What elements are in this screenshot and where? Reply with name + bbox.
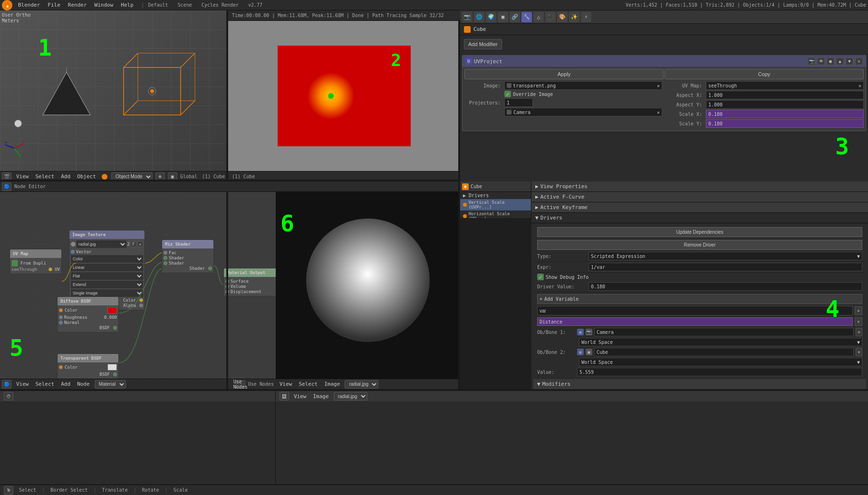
color-mode-select[interactable]: Color: [71, 255, 143, 263]
apply-button[interactable]: Apply: [464, 69, 664, 79]
camera-x[interactable]: ✕: [657, 110, 660, 115]
active-keyframe-section[interactable]: ▶ Active Keyframe: [531, 202, 868, 213]
obj1-field[interactable]: Camera: [594, 328, 854, 336]
uv-icon[interactable]: 🖼: [280, 392, 289, 400]
var-input[interactable]: [537, 306, 853, 315]
horizontal-scale-driver[interactable]: Horizontal Scale (UV...): [460, 210, 531, 218]
roughness-socket[interactable]: [59, 315, 63, 319]
image-menu-sphere[interactable]: Image: [322, 381, 342, 387]
distance-x-btn[interactable]: ✕: [855, 317, 862, 326]
extend-select[interactable]: Extend: [71, 281, 143, 288]
view-menu-uv[interactable]: View: [292, 393, 309, 400]
color-swatch[interactable]: [107, 307, 117, 314]
uvproject-render-btn[interactable]: ▣: [827, 57, 834, 65]
drivers-section[interactable]: ▼ Drivers: [531, 213, 868, 223]
color-socket[interactable]: [59, 308, 63, 312]
use-nodes-btn[interactable]: Use Nodes: [236, 380, 245, 389]
world-props-icon[interactable]: 🌍: [486, 12, 496, 22]
menu-help-item[interactable]: Help: [117, 1, 137, 9]
view-menu-sphere[interactable]: View: [278, 381, 294, 387]
uvproject-cam-btn[interactable]: 📷: [808, 57, 815, 65]
mix-shader-node[interactable]: Mix Shader Fac Shader Shader Shader: [162, 239, 214, 273]
override-checkbox[interactable]: ✓: [504, 91, 511, 97]
bsdf-out-socket[interactable]: [113, 326, 117, 330]
trans-color-socket[interactable]: [59, 365, 63, 369]
modifier-props-icon[interactable]: 🔧: [521, 12, 532, 22]
render-result-panel[interactable]: 2 (1) Cube: [228, 21, 460, 181]
timeline-icon[interactable]: ⏱: [4, 392, 13, 400]
uvproject-eye-btn[interactable]: 👁: [817, 57, 825, 65]
shader-in-socket-2[interactable]: [164, 261, 167, 265]
uv-image-select[interactable]: radial.jpg: [334, 392, 367, 400]
image-browse[interactable]: F: [131, 241, 136, 247]
camera-field[interactable]: Camera ✕: [504, 108, 662, 116]
distance-label[interactable]: Distance: [537, 317, 853, 326]
uvproject-x-btn[interactable]: ✕: [855, 57, 863, 65]
node-editor-icon[interactable]: 🔵: [2, 182, 11, 191]
image-select[interactable]: radial.jpg: [77, 240, 126, 248]
modifiers-section-header[interactable]: ▼ Modifiers: [533, 379, 866, 389]
drivers-group-item[interactable]: ▶ Drivers: [460, 192, 531, 199]
obj2-x-btn[interactable]: ✕: [856, 348, 862, 356]
viewport-3d-top-left[interactable]: User Ortho Meters 1: [0, 10, 228, 181]
var-x-btn[interactable]: ✕: [855, 306, 862, 315]
material-props-icon[interactable]: ⚫: [545, 12, 556, 22]
transparent-bsdf-node[interactable]: Transparent BSDF Color BSDF: [57, 353, 119, 379]
expr-field[interactable]: 1/var: [588, 263, 862, 271]
uvmap-x[interactable]: ✕: [858, 83, 861, 88]
image-field[interactable]: transparent.png ✕: [504, 81, 662, 90]
view-menu-node[interactable]: View: [14, 381, 31, 387]
render-sphere-panel[interactable]: 6 View Select Image radial.jpg: [276, 181, 460, 389]
uvproject-down-btn[interactable]: ▼: [846, 57, 853, 65]
alpha-out-socket[interactable]: [139, 304, 143, 307]
uvproject-up-btn[interactable]: ▲: [836, 57, 844, 65]
scene-props-icon[interactable]: 🌐: [474, 12, 484, 22]
aspect-x-field[interactable]: 1.000: [706, 91, 864, 99]
view-menu[interactable]: View: [14, 173, 31, 180]
transform2-field[interactable]: World Space ▼: [579, 358, 862, 366]
status-icon[interactable]: 🖱: [4, 486, 13, 495]
shader-in-socket-1[interactable]: [164, 256, 167, 260]
scale-label[interactable]: Scale: [174, 487, 188, 493]
normal-socket[interactable]: [59, 321, 63, 324]
node-menu[interactable]: Node: [75, 381, 92, 387]
trans-bsdf-socket[interactable]: [113, 372, 117, 376]
type-value[interactable]: Scripted Expression ▼: [588, 252, 862, 260]
image-menu-uv[interactable]: Image: [311, 393, 331, 400]
add-menu[interactable]: Add: [59, 173, 72, 180]
blender-logo[interactable]: 🔥: [2, 0, 12, 10]
view-properties-section[interactable]: ▶ View Properties: [531, 181, 868, 192]
border-select-label[interactable]: Border Select: [50, 487, 87, 493]
node-editor[interactable]: 🔵 Node Editor UV Map From Dupli seeThrou…: [0, 181, 276, 389]
projectors-field[interactable]: 1: [504, 98, 533, 107]
object-menu[interactable]: Object: [75, 173, 98, 180]
image-x[interactable]: ✕: [137, 241, 143, 247]
fac-socket[interactable]: [164, 251, 167, 255]
radial-select[interactable]: radial.jpg: [345, 380, 378, 389]
select-menu-sphere[interactable]: Select: [297, 381, 320, 387]
rotate-label[interactable]: Rotate: [142, 487, 159, 493]
add-variable-btn[interactable]: + Add Variable: [537, 294, 862, 304]
select-menu-node[interactable]: Select: [34, 381, 57, 387]
diffuse-bsdf-node[interactable]: Diffuse BSDF Color Roughness 0.000 Norma…: [57, 296, 119, 333]
menu-render-item[interactable]: Render: [64, 1, 91, 9]
trans-color-swatch[interactable]: [107, 364, 117, 371]
flat-select[interactable]: Flat: [71, 272, 143, 280]
uv-map-node[interactable]: UV Map From Dupli seeThrough UV: [10, 249, 62, 274]
vertical-scale-driver[interactable]: Vertical Scale (UVPr...): [460, 199, 531, 210]
obj2-field[interactable]: Cube: [594, 348, 854, 356]
interp-select[interactable]: Linear: [71, 264, 143, 271]
data-props-icon[interactable]: △: [533, 12, 544, 22]
scale-y-field[interactable]: 0.180: [706, 119, 864, 128]
select-label[interactable]: Select: [19, 487, 36, 493]
vec-socket[interactable]: [71, 250, 75, 254]
menu-file-item[interactable]: File: [44, 1, 64, 9]
object-props-icon[interactable]: ▣: [498, 12, 508, 22]
translate-label[interactable]: Translate: [102, 487, 127, 493]
scale-x-field[interactable]: 0.180: [706, 110, 864, 118]
menu-file[interactable]: Blender: [14, 1, 44, 9]
node-footer-icon[interactable]: 🔵: [2, 380, 11, 389]
debug-checkbox[interactable]: ✓: [537, 274, 544, 280]
uvmap-field[interactable]: seeThrough ✕: [706, 81, 864, 90]
source-select[interactable]: Single Image: [71, 289, 143, 297]
